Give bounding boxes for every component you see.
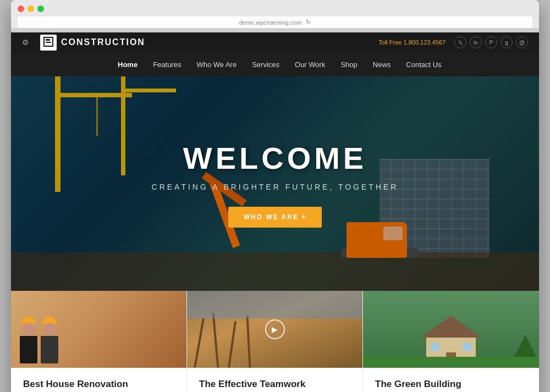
nav-item-home[interactable]: Home: [110, 53, 145, 76]
reload-icon[interactable]: ↻: [306, 19, 311, 26]
svg-rect-1: [46, 39, 50, 41]
toll-free-label: Toll Free: [378, 39, 402, 46]
website-content: ⚙ CONSTRUCTION Toll Free 1.800.123.4567: [11, 32, 539, 392]
house-roof: [421, 316, 481, 338]
googleplus-icon[interactable]: g: [501, 36, 513, 48]
face-2: [43, 323, 56, 335]
house-window-right: [463, 343, 471, 351]
nav-item-news[interactable]: News: [365, 53, 399, 76]
lawn: [363, 357, 539, 368]
excavator-window: [383, 227, 403, 240]
hero-button[interactable]: WHO WE ARE +: [228, 207, 322, 228]
logo-text: CONSTRUCTION: [61, 37, 145, 47]
nav-link-our-work[interactable]: Our Work: [287, 53, 333, 76]
top-bar: ⚙ CONSTRUCTION Toll Free 1.800.123.4567: [11, 32, 539, 52]
card-3: The Green Building Green construction re…: [363, 291, 539, 392]
address-bar[interactable]: demo.wpcharming.com ↻: [18, 16, 532, 28]
social-icons: 𝕏 in P g @: [454, 36, 528, 48]
nav-link-features[interactable]: Features: [145, 53, 189, 76]
phone-number[interactable]: 1.800.123.4567: [404, 39, 446, 46]
card-2-image: ▶: [187, 291, 362, 368]
excavator-cab: [346, 222, 407, 258]
svg-rect-2: [46, 42, 51, 43]
card-1-body: Best House Renovation Constructor explai…: [11, 368, 186, 392]
twitter-icon[interactable]: 𝕏: [454, 36, 466, 48]
logo-icon: [40, 35, 57, 51]
nav-item-our-work[interactable]: Our Work: [287, 53, 333, 76]
nav-item-features[interactable]: Features: [145, 53, 189, 76]
nav-item-shop[interactable]: Shop: [333, 53, 365, 76]
worker-1: [20, 317, 37, 363]
maximize-dot[interactable]: [37, 5, 44, 12]
settings-icon[interactable]: ⚙: [22, 38, 29, 47]
linkedin-icon[interactable]: in: [470, 36, 482, 48]
cards-section: Best House Renovation Constructor explai…: [11, 291, 539, 392]
hero-content: WELCOME CREATING A BRIGHTER FUTURE, TOGE…: [152, 140, 399, 228]
worker-2: [41, 317, 58, 363]
card-2-body: The Effective Teamwork As the general co…: [187, 368, 362, 392]
body-1: [20, 336, 37, 363]
url-text: demo.wpcharming.com: [239, 19, 302, 26]
close-dot[interactable]: [18, 5, 24, 12]
logo-area: CONSTRUCTION: [40, 35, 145, 51]
card-2-title: The Effective Teamwork: [199, 379, 350, 390]
nav-item-who-we-are[interactable]: Who We Are: [189, 53, 244, 76]
nav-link-home[interactable]: Home: [110, 53, 145, 76]
nav-item-contact-us[interactable]: Contact Us: [398, 53, 449, 76]
card-3-title: The Green Building: [375, 379, 527, 390]
nav-link-contact-us[interactable]: Contact Us: [398, 53, 449, 76]
email-icon[interactable]: @: [516, 36, 528, 48]
house-window-left: [431, 343, 439, 351]
browser-tab-bar: [11, 28, 539, 32]
nav-bar: Home Features Who We Are Services Our Wo…: [11, 52, 539, 76]
card-1-image: [11, 291, 186, 368]
body-2: [41, 336, 58, 363]
frame-beam-4: [246, 316, 251, 368]
nav-link-shop[interactable]: Shop: [333, 53, 365, 76]
nav-link-services[interactable]: Services: [244, 53, 287, 76]
nav-link-news[interactable]: News: [365, 53, 399, 76]
card-2: ▶ The Effective Teamwork As the general …: [187, 291, 363, 392]
top-bar-right: Toll Free 1.800.123.4567 𝕏 in P g @: [378, 36, 528, 48]
nav-links: Home Features Who We Are Services Our Wo…: [110, 53, 449, 76]
frame-beam-1: [194, 318, 205, 367]
hero-section: WELCOME CREATING A BRIGHTER FUTURE, TOGE…: [11, 76, 539, 291]
minimize-dot[interactable]: [28, 5, 34, 12]
tree-top: [514, 335, 536, 357]
crane-2-boom: [121, 89, 176, 92]
play-button-2[interactable]: ▶: [265, 319, 285, 339]
frame-beam-3: [228, 321, 237, 368]
frame-beam-2: [212, 313, 219, 368]
card-1-title: Best House Renovation: [23, 379, 174, 390]
crane-1-cable: [96, 97, 98, 136]
card-3-body: The Green Building Green construction re…: [363, 368, 539, 392]
ground: [11, 252, 539, 291]
nav-link-who-we-are[interactable]: Who We Are: [189, 53, 244, 76]
crane-1-boom: [55, 93, 132, 97]
card-1: Best House Renovation Constructor explai…: [11, 291, 187, 392]
hero-title: WELCOME: [152, 140, 399, 176]
card-3-image: [363, 291, 539, 368]
browser-window: demo.wpcharming.com ↻ ⚙ CONSTRUCTION: [11, 0, 539, 392]
nav-item-services[interactable]: Services: [244, 53, 287, 76]
sky: [187, 291, 362, 318]
browser-dots: [18, 5, 532, 12]
browser-chrome: demo.wpcharming.com ↻: [11, 0, 539, 28]
face-1: [23, 323, 35, 335]
pinterest-icon[interactable]: P: [485, 36, 497, 48]
toll-free: Toll Free 1.800.123.4567: [378, 39, 446, 46]
hero-subtitle: CREATING A BRIGHTER FUTURE, TOGETHER: [152, 183, 399, 191]
